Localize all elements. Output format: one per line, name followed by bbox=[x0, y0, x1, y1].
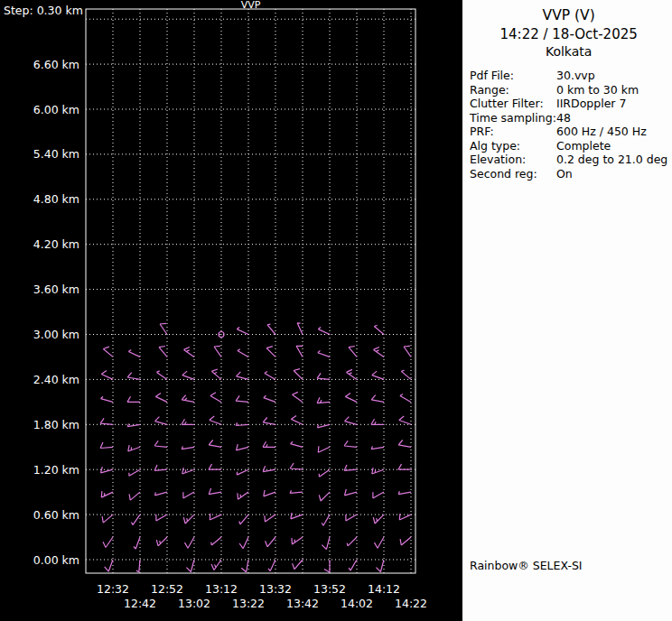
info-value: 600 Hz / 450 Hz bbox=[556, 125, 667, 139]
vvp-plot: 6.60 km6.00 km5.40 km4.80 km4.20 km3.60 … bbox=[0, 0, 462, 621]
info-row-range: Range: 0 km to 30 km bbox=[470, 83, 667, 97]
info-row-alg-type: Alg type: Complete bbox=[470, 139, 667, 153]
info-value: 0 km to 30 km bbox=[556, 83, 667, 97]
info-label: Elevation: bbox=[470, 153, 556, 167]
panel-datetime: 14:22 / 18-Oct-2025 bbox=[470, 26, 667, 42]
brand-footer: Rainbow® SELEX-SI bbox=[470, 559, 667, 572]
svg-text:4.80 km: 4.80 km bbox=[33, 192, 79, 206]
svg-text:6.60 km: 6.60 km bbox=[33, 58, 79, 71]
svg-text:4.20 km: 4.20 km bbox=[33, 237, 79, 251]
info-value: 30.vvp bbox=[556, 69, 667, 83]
plot-background bbox=[0, 0, 462, 621]
vvp-plot-region: 6.60 km6.00 km5.40 km4.80 km4.20 km3.60 … bbox=[0, 0, 462, 621]
svg-text:13:12: 13:12 bbox=[205, 582, 238, 596]
info-label: PRF: bbox=[470, 125, 556, 139]
svg-text:0.00 km: 0.00 km bbox=[33, 553, 79, 567]
svg-text:VVP: VVP bbox=[241, 0, 261, 11]
plot-title: VVP bbox=[241, 0, 261, 11]
svg-text:13:02: 13:02 bbox=[178, 597, 210, 610]
info-row-prf: PRF: 600 Hz / 450 Hz bbox=[470, 125, 667, 139]
svg-text:13:52: 13:52 bbox=[313, 582, 346, 596]
panel-site: Kolkata bbox=[470, 44, 667, 59]
svg-text:1.20 km: 1.20 km bbox=[33, 463, 79, 477]
svg-text:14:02: 14:02 bbox=[341, 597, 373, 610]
info-row-clutter-filter: Clutter Filter: IIRDoppler 7 bbox=[470, 97, 667, 111]
info-label: Range: bbox=[470, 83, 556, 97]
info-row-second-reg: Second reg: On bbox=[470, 167, 667, 181]
info-value: 0.2 deg to 21.0 deg bbox=[556, 153, 667, 167]
svg-text:3.60 km: 3.60 km bbox=[33, 283, 79, 296]
info-row-time-sampling: Time sampling: 48 bbox=[470, 111, 667, 125]
svg-text:1.80 km: 1.80 km bbox=[33, 418, 79, 431]
step-label: Step: 0.30 km bbox=[4, 4, 83, 17]
info-row-pdf-file: Pdf File: 30.vvp bbox=[470, 69, 667, 83]
svg-text:5.40 km: 5.40 km bbox=[33, 147, 79, 161]
svg-text:14:12: 14:12 bbox=[368, 582, 400, 596]
svg-text:12:52: 12:52 bbox=[151, 582, 183, 596]
svg-text:12:32: 12:32 bbox=[97, 582, 129, 596]
info-label: Alg type: bbox=[470, 139, 556, 153]
svg-text:14:22: 14:22 bbox=[395, 597, 427, 610]
info-value: 48 bbox=[556, 111, 667, 125]
info-value: Complete bbox=[556, 139, 667, 153]
svg-text:13:32: 13:32 bbox=[259, 582, 292, 596]
svg-text:6.00 km: 6.00 km bbox=[33, 103, 79, 116]
panel-title: VVP (V) bbox=[470, 7, 667, 23]
svg-text:12:42: 12:42 bbox=[124, 597, 156, 610]
info-label: Clutter Filter: bbox=[470, 97, 556, 111]
info-row-elevation: Elevation: 0.2 deg to 21.0 deg bbox=[470, 153, 667, 167]
svg-text:13:22: 13:22 bbox=[232, 597, 265, 610]
svg-text:Step: 0.30 km: Step: 0.30 km bbox=[4, 4, 83, 17]
info-label: Time sampling: bbox=[470, 111, 556, 125]
svg-text:2.40 km: 2.40 km bbox=[33, 373, 79, 386]
info-panel: VVP (V) 14:22 / 18-Oct-2025 Kolkata Pdf … bbox=[462, 0, 672, 621]
info-label: Pdf File: bbox=[470, 69, 556, 83]
info-value: On bbox=[556, 167, 667, 181]
svg-text:3.00 km: 3.00 km bbox=[33, 328, 79, 341]
info-rows: Pdf File: 30.vvp Range: 0 km to 30 km Cl… bbox=[470, 69, 667, 181]
svg-text:13:42: 13:42 bbox=[286, 597, 319, 610]
info-value: IIRDoppler 7 bbox=[556, 97, 667, 111]
info-label: Second reg: bbox=[470, 167, 556, 181]
svg-text:0.60 km: 0.60 km bbox=[33, 508, 79, 522]
